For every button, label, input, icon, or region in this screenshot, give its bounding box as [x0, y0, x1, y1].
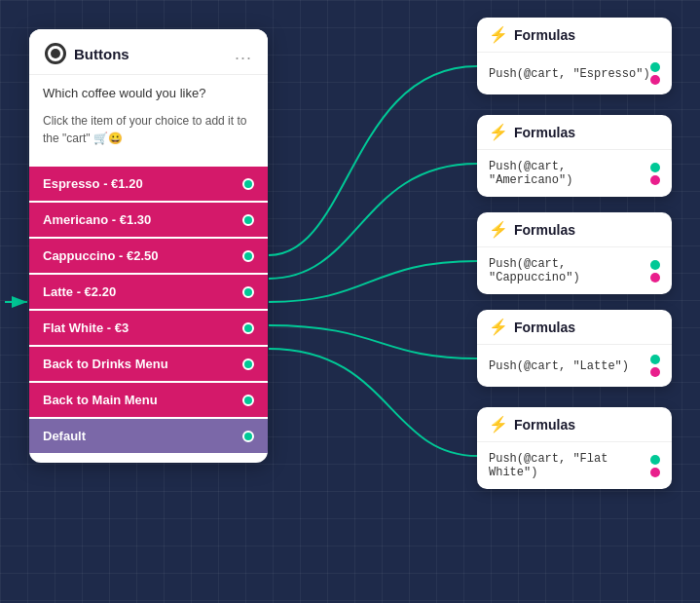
formula-dots-3: [650, 355, 660, 377]
button-item-3[interactable]: Latte - €2.20: [29, 275, 268, 309]
dot-green-4: [650, 455, 660, 465]
dot-pink-4: [650, 468, 660, 477]
button-label-2: Cappuccino - €2.50: [43, 248, 158, 263]
button-label-4: Flat White - €3: [43, 320, 129, 335]
formula-header-3: ⚡ Formulas: [477, 310, 672, 345]
formula-title-0: Formulas: [514, 27, 575, 43]
formula-code-1: Push(@cart, "Americano"): [489, 160, 650, 187]
dot-green-1: [650, 163, 660, 172]
description-text: Click the item of your choice to add it …: [43, 112, 254, 147]
formula-dots-1: [650, 163, 660, 185]
button-item-0[interactable]: Espresso - €1.20: [29, 167, 268, 201]
formula-header-0: ⚡ Formulas: [477, 18, 672, 53]
panel-header: Buttons ...: [29, 29, 268, 75]
button-label-7: Default: [43, 429, 86, 443]
button-item-5[interactable]: Back to Drinks Menu: [29, 347, 268, 381]
button-label-5: Back to Drinks Menu: [43, 357, 168, 371]
panel-body: Which coffee would you like? Click the i…: [29, 75, 268, 167]
formula-body-3: Push(@cart, "Latte"): [477, 345, 672, 387]
formula-box-1: ⚡ Formulas Push(@cart, "Americano"): [477, 115, 672, 197]
formula-box-2: ⚡ Formulas Push(@cart, "Cappuccino"): [477, 212, 672, 294]
button-item-6[interactable]: Back to Main Menu: [29, 383, 268, 417]
button-dot-6: [242, 395, 254, 406]
lightning-icon-0: ⚡: [489, 25, 508, 44]
panel-title: Buttons: [74, 46, 227, 62]
formula-title-4: Formulas: [514, 417, 575, 433]
button-dot-3: [242, 286, 254, 298]
formula-title-3: Formulas: [514, 320, 575, 335]
dot-pink-0: [650, 75, 660, 85]
button-dot-0: [242, 178, 254, 190]
dot-green-3: [650, 355, 660, 364]
formula-header-2: ⚡ Formulas: [477, 212, 672, 247]
button-label-3: Latte - €2.20: [43, 284, 116, 299]
formula-title-1: Formulas: [514, 125, 575, 140]
formula-header-4: ⚡ Formulas: [477, 407, 672, 442]
dot-green-0: [650, 62, 660, 72]
button-label-1: Americano - €1.30: [43, 212, 151, 227]
formula-box-4: ⚡ Formulas Push(@cart, "Flat White"): [477, 407, 672, 489]
dot-green-2: [650, 260, 660, 270]
button-dot-1: [242, 214, 254, 226]
button-item-1[interactable]: Americano - €1.30: [29, 203, 268, 237]
panel-menu-icon[interactable]: ...: [235, 44, 252, 64]
dot-pink-3: [650, 367, 660, 377]
formula-code-0: Push(@cart, "Espresso"): [489, 67, 650, 81]
lightning-icon-2: ⚡: [489, 220, 508, 239]
button-label-6: Back to Main Menu: [43, 393, 158, 407]
formula-box-0: ⚡ Formulas Push(@cart, "Espresso"): [477, 18, 672, 94]
formula-body-4: Push(@cart, "Flat White"): [477, 442, 672, 489]
formula-body-1: Push(@cart, "Americano"): [477, 150, 672, 197]
formula-header-1: ⚡ Formulas: [477, 115, 672, 150]
formula-dots-4: [650, 455, 660, 477]
button-item-7[interactable]: Default: [29, 419, 268, 453]
dot-pink-2: [650, 273, 660, 283]
formula-title-2: Formulas: [514, 222, 575, 238]
button-dot-7: [242, 431, 254, 442]
button-dot-5: [242, 358, 254, 370]
lightning-icon-1: ⚡: [489, 123, 508, 141]
formula-dots-2: [650, 260, 660, 283]
formula-dots-0: [650, 62, 660, 85]
formula-code-3: Push(@cart, "Latte"): [489, 359, 629, 373]
formula-code-2: Push(@cart, "Cappuccino"): [489, 257, 650, 284]
btn-list: Espresso - €1.20Americano - €1.30Cappucc…: [29, 167, 268, 455]
button-label-0: Espresso - €1.20: [43, 176, 143, 191]
lightning-icon-4: ⚡: [489, 415, 508, 433]
button-dot-2: [242, 250, 254, 262]
formula-body-0: Push(@cart, "Espresso"): [477, 53, 672, 94]
formula-box-3: ⚡ Formulas Push(@cart, "Latte"): [477, 310, 672, 387]
lightning-icon-3: ⚡: [489, 318, 508, 336]
button-item-2[interactable]: Cappuccino - €2.50: [29, 239, 268, 273]
canvas: Buttons ... Which coffee would you like?…: [0, 0, 700, 603]
formula-code-4: Push(@cart, "Flat White"): [489, 452, 650, 479]
dot-pink-1: [650, 175, 660, 185]
panel-icon: [45, 43, 66, 64]
question-text: Which coffee would you like?: [43, 85, 254, 102]
buttons-panel: Buttons ... Which coffee would you like?…: [29, 29, 268, 463]
button-dot-4: [242, 322, 254, 334]
button-item-4[interactable]: Flat White - €3: [29, 311, 268, 345]
formula-body-2: Push(@cart, "Cappuccino"): [477, 247, 672, 294]
